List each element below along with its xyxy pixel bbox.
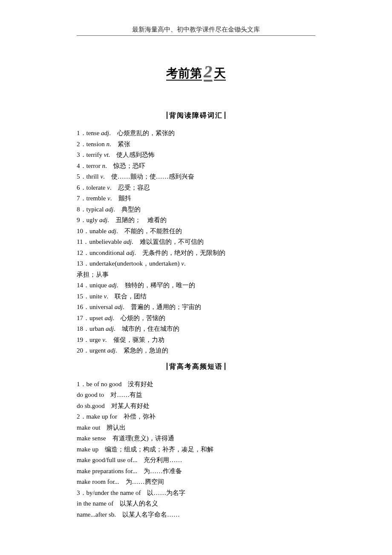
vocab-item: 13．undertake(undertook，undertaken) v.	[77, 258, 315, 269]
vocab-translation: . 丑陋的； 难看的	[107, 217, 167, 223]
vocab-pos: adj	[124, 238, 132, 245]
vocab-pos: adj	[108, 228, 116, 234]
vocab-translation: . 紧急的，急迫的	[115, 347, 168, 354]
vocab-item: 18．urban adj. 城市的，住在城市的	[77, 324, 315, 335]
vocab-number: 20．	[77, 347, 89, 354]
main-title: 考前第2天	[77, 61, 315, 81]
phrase-item: make preparations for... 为……作准备	[77, 466, 315, 477]
vocab-number: 18．	[77, 325, 89, 332]
vocab-number: 10．	[77, 228, 89, 234]
vocab-pos: adj	[104, 315, 112, 321]
vocab-item: 17．upset adj. 心烦的，苦恼的	[77, 313, 315, 324]
vocab-item: 9．ugly adj. 丑陋的； 难看的	[77, 215, 315, 226]
phrase-item: 2．make up for 补偿，弥补	[77, 411, 315, 422]
vocab-word: tension	[86, 141, 107, 147]
vocab-word: tremble	[86, 195, 108, 202]
vocab-pos: adj	[115, 304, 123, 310]
vocab-pos: adj	[107, 347, 115, 354]
vocab-translation: . 城市的，住在城市的	[114, 325, 179, 332]
section-2-label-text: 背高考高频短语	[167, 363, 225, 370]
vocab-translation: . 心烦的，苦恼的	[113, 315, 166, 321]
vocab-word: thrill	[86, 173, 101, 180]
vocab-pos: v	[107, 184, 110, 191]
vocab-translation: . 联合，团结	[107, 293, 147, 300]
phrase-item: in the name of 以某人的名义	[77, 498, 315, 509]
vocab-item: 1．tense adj. 心烦意乱的，紧张的	[77, 128, 315, 139]
vocab-translation: . 无条件的，绝对的，无限制的	[134, 249, 225, 256]
vocab-translation: . 不能的，不能胜任的	[116, 228, 182, 234]
vocab-word: terrify	[86, 151, 104, 158]
vocab-word: typical	[86, 206, 106, 213]
vocab-item: 16．universal adj. 普遍的，通用的；宇宙的	[77, 302, 315, 313]
title-prefix: 考前第	[166, 66, 202, 80]
phrase-list: 1．be of no good 没有好处do good to 对……有益do s…	[77, 379, 315, 520]
vocab-number: 1．	[77, 130, 86, 136]
vocab-translation: . 忍受；容忍	[110, 184, 150, 191]
vocab-translation: . 使人感到恐怖	[109, 151, 155, 158]
vocab-item: 12．unconditional adj. 无条件的，绝对的，无限制的	[77, 248, 315, 259]
vocab-pos: adj	[126, 249, 134, 256]
vocab-translation: . 心烦意乱的，紧张的	[109, 130, 175, 136]
vocab-number: 13．	[77, 260, 89, 267]
vocab-word: tolerate	[86, 184, 107, 191]
vocab-word: unconditional	[89, 249, 126, 256]
vocab-list: 1．tense adj. 心烦意乱的，紧张的2．tension n. 紧张3．t…	[77, 128, 315, 356]
vocab-translation: . 催促，驱策，力劝	[105, 336, 164, 343]
vocab-pos: n	[107, 141, 110, 147]
vocab-item: 7．tremble v. 颤抖	[77, 193, 315, 204]
vocab-number: 17．	[77, 315, 89, 321]
vocab-translation: . 普遍的，通用的；宇宙的	[123, 304, 201, 310]
vocab-number: 6．	[77, 184, 86, 191]
vocab-item: 19．urge v. 催促，驱策，力劝	[77, 335, 315, 346]
vocab-number: 9．	[77, 217, 86, 223]
vocab-translation: . 使……颤动；使……感到兴奋	[103, 173, 194, 180]
vocab-number: 14．	[77, 282, 89, 289]
vocab-item: 5．thrill v. 使……颤动；使……感到兴奋	[77, 171, 315, 182]
vocab-item: 4．terror n. 惊恐；恐吓	[77, 161, 315, 172]
phrase-item: 3．by/under the name of 以……为名字	[77, 488, 315, 499]
section-1-label-text: 背阅读障碍词汇	[167, 112, 225, 119]
vocab-item: 11．unbelievable adj. 难以置信的，不可信的	[77, 237, 315, 248]
vocab-number: 19．	[77, 336, 89, 343]
vocab-pos: adj	[106, 325, 114, 332]
vocab-item: 2．tension n. 紧张	[77, 139, 315, 150]
vocab-number: 11．	[77, 238, 89, 245]
vocab-translation: . 独特的，稀罕的，唯一的	[117, 282, 195, 289]
vocab-word: ugly	[86, 217, 99, 223]
vocab-number: 16．	[77, 304, 89, 310]
vocab-pos: v	[181, 260, 184, 267]
document-page: 最新海量高中、初中教学课件尽在金锄头文库 考前第2天 背阅读障碍词汇 1．ten…	[0, 0, 392, 555]
vocab-word: unique	[89, 282, 109, 289]
vocab-number: 2．	[77, 141, 86, 147]
page-header: 最新海量高中、初中教学课件尽在金锄头文库	[77, 26, 315, 36]
vocab-number: 8．	[77, 206, 86, 213]
vocab-word: unite	[89, 293, 104, 300]
vocab-translation: . 颤抖	[110, 195, 131, 202]
phrase-item: make good/full use of... 充分利用……	[77, 455, 315, 466]
phrase-item: do good to 对……有益	[77, 390, 315, 401]
vocab-number: 3．	[77, 151, 86, 158]
vocab-pos: adj	[101, 130, 109, 136]
vocab-number: 5．	[77, 173, 86, 180]
vocab-item: 3．terrify vt. 使人感到恐怖	[77, 150, 315, 161]
phrase-item: make out 辨认出	[77, 422, 315, 434]
vocab-continuation: 承担；从事	[77, 269, 315, 280]
vocab-pos: adj	[99, 217, 107, 223]
vocab-word: universal	[89, 304, 115, 310]
vocab-word: tense	[86, 130, 101, 136]
vocab-word: terror	[86, 162, 102, 169]
vocab-translation: . 紧张	[110, 141, 130, 147]
phrase-item: make sense 有道理(意义)，讲得通	[77, 433, 315, 444]
phrase-item: make room for... 为……腾空间	[77, 477, 315, 488]
vocab-pos: adj	[109, 282, 117, 289]
vocab-item: 8．typical adj. 典型的	[77, 204, 315, 215]
vocab-translation: . 典型的	[113, 206, 141, 213]
vocab-number: 7．	[77, 195, 86, 202]
vocab-pos: v	[102, 336, 105, 343]
phrase-item: do sb.good 对某人有好处	[77, 401, 315, 412]
vocab-word: urgent	[89, 347, 107, 354]
vocab-word: upset	[89, 315, 104, 321]
vocab-word: unable	[89, 228, 108, 234]
vocab-word: urban	[89, 325, 106, 332]
vocab-number: 4．	[77, 162, 86, 169]
